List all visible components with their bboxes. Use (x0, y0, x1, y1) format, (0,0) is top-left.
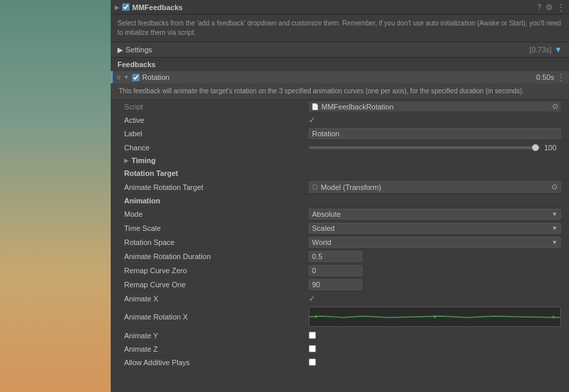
rotation-left: ≡ ▼ Rotation (117, 73, 536, 81)
animate-x-check-icon[interactable]: ✓ (309, 294, 315, 303)
settings-right: [0.73s] ▼ (529, 45, 562, 54)
description-area: Select feedbacks from the 'add a feedbac… (111, 15, 569, 42)
animate-y-label: Animate Y (124, 332, 309, 340)
left-panel (0, 0, 111, 392)
animate-rotation-duration-value (309, 251, 561, 262)
allow-additive-plays-checkbox[interactable] (309, 358, 316, 366)
settings-text: Settings (125, 46, 152, 54)
settings-row[interactable]: ▶ Settings [0.73s] ▼ (111, 42, 569, 58)
svg-point-1 (315, 315, 317, 318)
more-icon[interactable]: ⋮ (557, 3, 565, 12)
remap-curve-zero-row: Remap Curve Zero (111, 264, 569, 278)
content-scroll[interactable]: Script 📄 MMFeedbackRotation ⊙ Active ✓ L… (111, 100, 569, 392)
animate-y-value (309, 332, 561, 339)
allow-additive-plays-value (309, 358, 561, 366)
rotation-space-value: World (312, 238, 552, 246)
timing-arrow: ▶ (124, 157, 129, 164)
mode-dropdown[interactable]: Absolute ▼ (309, 209, 561, 219)
rotation-target-title: Rotation Target (124, 169, 178, 177)
timing-title: Timing (132, 156, 156, 164)
remap-curve-one-row: Remap Curve One (111, 278, 569, 292)
rotation-space-dropdown-arrow: ▼ (552, 239, 558, 246)
feedbacks-label: Feedbacks (117, 60, 156, 68)
rotation-space-row: Rotation Space World ▼ (111, 236, 569, 250)
animate-z-value (309, 345, 561, 352)
time-scale-value: Scaled (312, 224, 552, 232)
script-file-icon: 📄 (311, 103, 319, 110)
time-scale-row: Time Scale Scaled ▼ (111, 222, 569, 236)
remap-curve-zero-value (309, 265, 561, 276)
rotation-target-section: Rotation Target (111, 167, 569, 180)
active-value: ✓ (309, 115, 561, 125)
remap-curve-one-input[interactable] (309, 279, 362, 290)
rotation-collapse-arrow[interactable]: ▼ (123, 74, 130, 81)
rotation-more-icon[interactable]: ⋮ (557, 72, 565, 82)
script-row: Script 📄 MMFeedbackRotation ⊙ (111, 100, 569, 113)
header-title: MMFeedbacks (132, 3, 537, 11)
header-checkbox[interactable] (122, 3, 130, 11)
settings-time: [0.73s] (529, 46, 552, 54)
animate-rotation-target-label: Animate Rotation Target (124, 183, 309, 191)
chance-row: Chance 100 (111, 141, 569, 154)
animate-rotation-duration-input[interactable] (309, 251, 362, 262)
remap-curve-zero-label: Remap Curve Zero (124, 266, 309, 275)
feedbacks-header: Feedbacks (111, 58, 569, 71)
remap-curve-zero-input[interactable] (309, 265, 362, 276)
drag-handle-icon[interactable]: ≡ (117, 74, 121, 81)
main-layout: ▶ MMFeedbacks ? ⚙ ⋮ Select feedbacks fro… (0, 0, 569, 392)
animation-section: Animation (111, 195, 569, 207)
animate-x-row: Animate X ✓ (111, 292, 569, 305)
label-input[interactable] (309, 128, 561, 139)
script-value[interactable]: 📄 MMFeedbackRotation ⊙ (309, 101, 561, 111)
animate-rotation-x-curve[interactable] (309, 307, 561, 327)
remap-curve-one-value (309, 279, 561, 290)
label-row: Label (111, 127, 569, 141)
animate-y-checkbox[interactable] (309, 332, 316, 339)
time-scale-dropdown[interactable]: Scaled ▼ (309, 223, 561, 234)
animate-rotation-target-row: Animate Rotation Target ⬡ Model (Transfo… (111, 180, 569, 195)
chance-value-container: 100 (309, 144, 561, 152)
animate-z-checkbox[interactable] (309, 345, 316, 352)
label-value (309, 128, 561, 139)
animate-rotation-duration-label: Animate Rotation Duration (124, 252, 309, 260)
chance-label: Chance (124, 144, 309, 152)
script-link-icon[interactable]: ⊙ (552, 102, 558, 111)
target-transform-icon: ⬡ (312, 183, 318, 191)
rotation-right: 0.50s ⋮ (536, 72, 565, 82)
right-panel: ▶ MMFeedbacks ? ⚙ ⋮ Select feedbacks fro… (111, 0, 569, 392)
rotation-header: ≡ ▼ Rotation 0.50s ⋮ (111, 71, 569, 83)
time-scale-label: Time Scale (124, 224, 309, 232)
settings-dropdown-arrow[interactable]: ▼ (554, 45, 562, 54)
chance-value: 100 (544, 144, 561, 152)
settings-icon[interactable]: ⚙ (546, 3, 553, 12)
svg-point-2 (433, 315, 436, 318)
rotation-space-label: Rotation Space (124, 238, 309, 246)
chance-slider[interactable] (309, 146, 540, 149)
description-text: Select feedbacks from the 'add a feedbac… (117, 19, 561, 36)
target-link-icon[interactable]: ⊙ (552, 183, 558, 191)
active-check-icon[interactable]: ✓ (309, 115, 315, 125)
help-icon[interactable]: ? (537, 3, 541, 12)
rotation-space-dropdown[interactable]: World ▼ (309, 237, 561, 248)
active-label: Active (124, 116, 309, 124)
animate-z-row: Animate Z (111, 342, 569, 356)
animate-x-value: ✓ (309, 294, 561, 303)
header-collapse-arrow[interactable]: ▶ (115, 4, 119, 11)
animate-rotation-duration-row: Animate Rotation Duration (111, 250, 569, 264)
target-text: Model (Transform) (321, 183, 549, 191)
animate-rotation-x-value (309, 307, 561, 327)
header-bar: ▶ MMFeedbacks ? ⚙ ⋮ (111, 0, 569, 15)
active-row: Active ✓ (111, 113, 569, 127)
timing-section-header[interactable]: ▶ Timing (111, 154, 569, 167)
animate-rotation-x-row: Animate Rotation X (111, 305, 569, 329)
label-field-label: Label (124, 130, 309, 138)
allow-additive-plays-row: Allow Additive Plays (111, 356, 569, 369)
remap-curve-one-label: Remap Curve One (124, 281, 309, 289)
settings-label: ▶ Settings (117, 46, 152, 54)
animate-rotation-target-field[interactable]: ⬡ Model (Transform) ⊙ (309, 181, 561, 193)
rotation-enabled-checkbox[interactable] (132, 74, 140, 81)
allow-additive-plays-label: Allow Additive Plays (124, 358, 309, 366)
animate-z-label: Animate Z (124, 345, 309, 353)
mode-row: Mode Absolute ▼ (111, 207, 569, 222)
rotation-title: Rotation (142, 73, 170, 81)
